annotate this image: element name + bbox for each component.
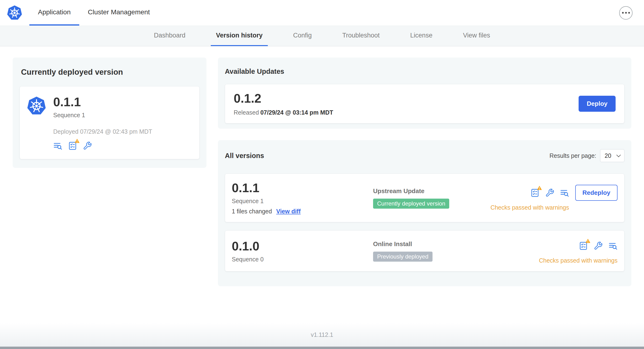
update-row: 0.1.2 Released07/29/24 @ 03:14 pm MDT De… (225, 84, 624, 124)
kubernetes-logo-icon (7, 5, 22, 20)
preflight-checks-icon[interactable] (579, 241, 588, 250)
version-row-info: 0.1.1 Sequence 1 1 files changed View di… (232, 181, 373, 215)
available-updates-card: Available Updates 0.1.2 Released07/29/24… (218, 58, 631, 129)
version-row-actions: Checks passed with warnings (539, 238, 618, 264)
top-nav-spacer (158, 0, 619, 26)
results-per-page-select[interactable]: 20 (600, 149, 624, 162)
row-sequence-label: Sequence 0 (232, 256, 373, 263)
preflight-checks-icon[interactable] (530, 188, 540, 198)
overflow-menu-button[interactable] (619, 6, 632, 20)
bottom-edge-strip (0, 346, 644, 349)
all-versions-title: All versions (225, 152, 264, 160)
results-per-page: Results per page: 20 (550, 149, 624, 162)
app-version-text: v1.112.1 (311, 331, 333, 338)
version-row-source: Upstream Update Currently deployed versi… (373, 188, 490, 209)
deploy-button[interactable]: Deploy (578, 96, 616, 112)
page-footer: v1.112.1 (0, 323, 644, 346)
wrench-glyph (83, 141, 92, 150)
update-info: 0.1.2 Released07/29/24 @ 03:14 pm MDT (234, 92, 333, 116)
files-changed-line: 1 files changed View diff (232, 208, 373, 215)
logs-icon[interactable] (608, 241, 618, 250)
checks-status-text: Checks passed with warnings (539, 257, 618, 264)
all-versions-card: All versions Results per page: 20 0.1.1 … (218, 140, 631, 286)
tab-view-files[interactable]: View files (458, 26, 496, 46)
status-badge: Previously deployed (373, 252, 432, 262)
preflight-checks-icon[interactable] (68, 141, 77, 150)
warning-triangle-icon (537, 185, 542, 190)
files-changed-label: 1 files changed (232, 208, 272, 215)
tab-version-history[interactable]: Version history (211, 26, 268, 46)
warning-triangle-icon (585, 238, 590, 244)
all-versions-header: All versions Results per page: 20 (225, 149, 624, 162)
right-column: Available Updates 0.1.2 Released07/29/24… (218, 58, 631, 286)
ellipsis-icon (622, 12, 630, 14)
tab-troubleshoot[interactable]: Troubleshoot (337, 26, 385, 46)
available-updates-title: Available Updates (225, 68, 624, 76)
deployed-timestamp: Deployed 07/29/24 @ 02:43 pm MDT (53, 128, 152, 135)
view-diff-link[interactable]: View diff (276, 208, 300, 215)
main-content: Currently deployed version 0.1.1 Sequenc… (0, 46, 644, 323)
released-label: Released (234, 109, 259, 116)
redeploy-button[interactable]: Redeploy (575, 185, 618, 201)
results-per-page-select-wrap: 20 (600, 149, 624, 162)
deployed-version-number: 0.1.1 (53, 95, 152, 109)
version-row-source: Online Install Previously deployed (373, 240, 539, 262)
row-action-icons (530, 185, 569, 201)
config-icon[interactable] (83, 141, 92, 150)
top-tab-cluster-management[interactable]: Cluster Management (79, 0, 158, 26)
wrench-glyph (594, 241, 603, 250)
version-row-0-1-0: 0.1.0 Sequence 0 Online Install Previous… (225, 230, 624, 272)
logs-icon[interactable] (560, 188, 569, 198)
source-label: Online Install (373, 240, 539, 248)
update-released-line: Released07/29/24 @ 03:14 pm MDT (234, 109, 333, 116)
row-version-number: 0.1.1 (232, 181, 373, 195)
config-icon[interactable] (545, 188, 554, 198)
config-icon[interactable] (594, 241, 603, 250)
version-row-info: 0.1.0 Sequence 0 (232, 239, 373, 263)
logs-glyph (560, 188, 569, 198)
version-row-0-1-1: 0.1.1 Sequence 1 1 files changed View di… (225, 174, 624, 222)
row-action-icons (579, 238, 618, 254)
app-logo (4, 0, 29, 26)
deployed-version-panel: 0.1.1 Sequence 1 Deployed 07/29/24 @ 02:… (20, 86, 200, 159)
logs-glyph (608, 241, 618, 250)
source-label: Upstream Update (373, 188, 490, 195)
top-nav-tabs: Application Cluster Management (29, 0, 158, 26)
status-badge: Currently deployed version (373, 198, 449, 209)
row-sequence-label: Sequence 1 (232, 198, 373, 204)
currently-deployed-card: Currently deployed version 0.1.1 Sequenc… (13, 58, 206, 168)
deployed-action-icons (53, 141, 152, 150)
results-per-page-label: Results per page: (550, 152, 596, 159)
deployed-card-title: Currently deployed version (21, 68, 200, 77)
released-timestamp: 07/29/24 @ 03:14 pm MDT (260, 109, 333, 116)
logs-icon[interactable] (53, 141, 62, 150)
deployed-version-info: 0.1.1 Sequence 1 Deployed 07/29/24 @ 02:… (53, 95, 152, 150)
version-row-checks: Checks passed with warnings (490, 185, 569, 211)
tab-dashboard[interactable]: Dashboard (149, 26, 191, 46)
app-sub-nav: Dashboard Version history Config Trouble… (0, 26, 644, 46)
kubernetes-app-icon (27, 96, 46, 116)
warning-triangle-icon (74, 138, 80, 144)
row-version-number: 0.1.0 (232, 239, 373, 253)
version-row-actions: Checks passed with warnings Redeploy (490, 185, 618, 211)
checks-status-text: Checks passed with warnings (490, 204, 569, 211)
tab-license[interactable]: License (405, 26, 438, 46)
update-version-number: 0.1.2 (234, 92, 333, 105)
version-row-checks: Checks passed with warnings (539, 238, 618, 264)
tab-config[interactable]: Config (288, 26, 317, 46)
logs-glyph (53, 141, 62, 150)
top-nav: Application Cluster Management (0, 0, 644, 26)
top-tab-application[interactable]: Application (29, 0, 79, 26)
deployed-sequence-label: Sequence 1 (53, 112, 152, 119)
wrench-glyph (545, 188, 554, 198)
